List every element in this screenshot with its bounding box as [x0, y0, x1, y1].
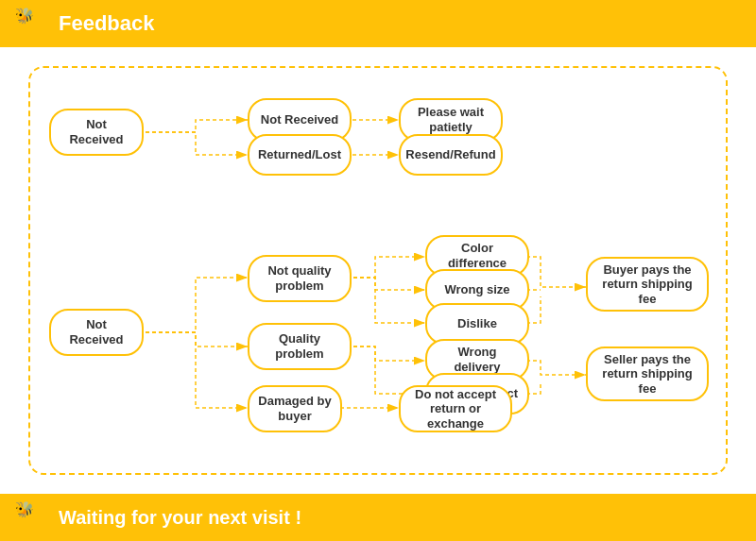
header-title: Feedback	[59, 11, 155, 36]
bee-icon-header: 🐝	[15, 7, 49, 41]
box-do-not-accept: Do not accept return or exchange	[399, 385, 512, 432]
box-damaged-by-buyer: Damaged by buyer	[248, 385, 342, 432]
box-resend-refund: Resend/Refund	[399, 134, 503, 176]
header: 🐝 Feedback	[0, 0, 756, 47]
footer: 🐝 Waiting for your next visit !	[0, 494, 756, 541]
bee-icon-footer: 🐝	[15, 500, 49, 534]
footer-title: Waiting for your next visit !	[59, 507, 301, 529]
box-not-received-bottom: Not Received	[49, 309, 144, 356]
box-returned-lost: Returned/Lost	[248, 134, 352, 176]
box-quality-problem: Quality problem	[248, 323, 352, 370]
main-content: Not Received Not Received Not Received R…	[0, 47, 756, 494]
box-not-received-top: Not Received	[49, 109, 144, 156]
box-not-quality-problem: Not quality problem	[248, 255, 352, 302]
box-seller-pays: Seller pays the return shipping fee	[586, 347, 709, 401]
diagram-container: Not Received Not Received Not Received R…	[28, 66, 728, 475]
box-buyer-pays: Buyer pays the return shipping fee	[586, 257, 709, 312]
